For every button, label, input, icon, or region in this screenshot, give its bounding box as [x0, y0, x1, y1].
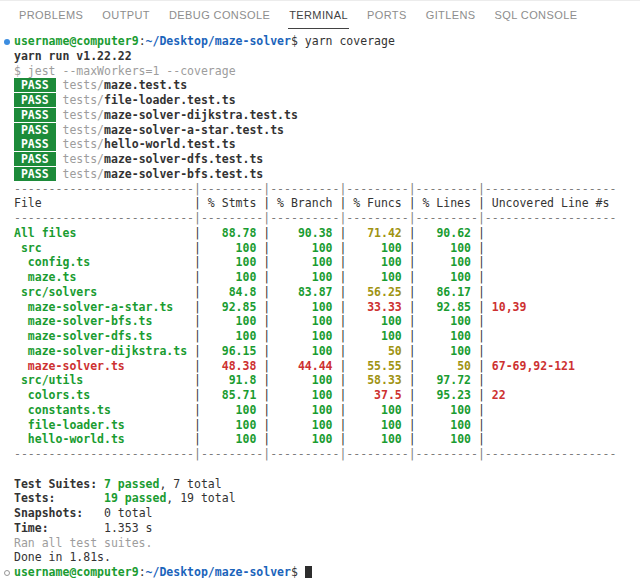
tab-debug-console[interactable]: DEBUG CONSOLE	[168, 1, 271, 29]
table-header-text: File | % Stmts | % Branch | % Funcs | % …	[14, 196, 616, 210]
coverage-file: All files	[14, 226, 194, 240]
test-pass-line: PASS tests/maze-solver-dfs.test.ts	[14, 152, 640, 167]
coverage-value: 56.25	[346, 285, 408, 299]
test-file: maze-solver-dijkstra.test.ts	[104, 108, 298, 122]
coverage-file: src/utils	[14, 373, 194, 387]
pass-badge: PASS	[14, 108, 56, 122]
coverage-value: 100	[201, 241, 263, 255]
coverage-value: 100	[201, 329, 263, 343]
test-dir: tests/	[62, 78, 104, 92]
summary-row: Snapshots: 0 total	[14, 506, 640, 521]
coverage-value: 100	[270, 403, 339, 417]
tab-ports[interactable]: PORTS	[366, 1, 408, 29]
tab-gitlens[interactable]: GITLENS	[425, 1, 477, 29]
pass-badge: PASS	[14, 137, 56, 151]
coverage-value: 100	[270, 373, 339, 387]
bottom-panel: PROBLEMSOUTPUTDEBUG CONSOLETERMINALPORTS…	[0, 0, 640, 578]
test-file: file-loader.test.ts	[104, 93, 236, 107]
table-separator: --------------------------|---------|---…	[14, 182, 640, 197]
command-ran-dot	[4, 39, 10, 45]
table-separator: --------------------------|---------|---…	[14, 447, 640, 462]
test-dir: tests/	[62, 123, 104, 137]
coverage-value: 91.8	[201, 373, 263, 387]
coverage-value: 58.33	[346, 373, 408, 387]
coverage-value: 100	[270, 255, 339, 269]
prompt-user: username@computer9	[14, 34, 139, 48]
coverage-file: src	[14, 241, 194, 255]
tab-terminal[interactable]: TERMINAL	[288, 1, 349, 29]
summary-row: Test Suites: 7 passed, 7 total	[14, 477, 640, 492]
coverage-file: constants.ts	[14, 403, 194, 417]
done-line: Done in 1.81s.	[14, 550, 640, 565]
coverage-value: 55.55	[346, 359, 408, 373]
test-pass-line: PASS tests/maze.test.ts	[14, 78, 640, 93]
coverage-value: 100	[270, 432, 339, 446]
tab-sql-console[interactable]: SQL CONSOLE	[494, 1, 579, 29]
coverage-row: maze-solver-dijkstra.ts | 96.15 | 100 | …	[14, 344, 640, 359]
coverage-value: 100	[270, 329, 339, 343]
terminal-output[interactable]: username@computer9:~/Desktop/maze-solver…	[0, 29, 640, 578]
test-file: maze-solver-bfs.test.ts	[104, 167, 263, 181]
coverage-value: 85.71	[201, 388, 263, 402]
coverage-row: src/utils | 91.8 | 100 | 58.33 | 97.72 |	[14, 373, 640, 388]
tab-problems[interactable]: PROBLEMS	[18, 1, 84, 29]
coverage-row: colors.ts | 85.71 | 100 | 37.5 | 95.23 |…	[14, 388, 640, 403]
command-pending-dot	[4, 570, 10, 576]
uncovered-lines: 67-69,92-121	[485, 359, 575, 373]
blank-line	[14, 462, 640, 477]
summary-passed: 19 passed	[104, 491, 166, 505]
coverage-file: maze-solver-dijkstra.ts	[14, 344, 194, 358]
coverage-row: config.ts | 100 | 100 | 100 | 100 |	[14, 255, 640, 270]
coverage-value: 90.62	[416, 226, 478, 240]
test-dir: tests/	[62, 167, 104, 181]
coverage-row: src/solvers | 84.8 | 83.87 | 56.25 | 86.…	[14, 285, 640, 300]
coverage-file: colors.ts	[14, 388, 194, 402]
coverage-file: maze-solver.ts	[14, 359, 194, 373]
coverage-value: 100	[416, 329, 478, 343]
coverage-row: file-loader.ts | 100 | 100 | 100 | 100 |	[14, 418, 640, 433]
summary-label: Snapshots:	[14, 506, 104, 520]
test-pass-line: PASS tests/maze-solver-bfs.test.ts	[14, 167, 640, 182]
test-file: maze-solver-dfs.test.ts	[104, 152, 263, 166]
terminal-cursor	[305, 566, 312, 578]
prompt-line-current: username@computer9:~/Desktop/maze-solver…	[14, 565, 640, 578]
coverage-value: 48.38	[201, 359, 263, 373]
test-dir: tests/	[62, 152, 104, 166]
coverage-value: 50	[416, 359, 478, 373]
coverage-value: 88.78	[201, 226, 263, 240]
coverage-value: 90.38	[270, 226, 339, 240]
tab-output[interactable]: OUTPUT	[101, 1, 151, 29]
ran-line: Ran all test suites.	[14, 536, 640, 551]
summary-row: Time: 1.353 s	[14, 521, 640, 536]
summary-rest: 0 total	[104, 506, 152, 520]
coverage-value: 100	[416, 255, 478, 269]
uncovered-lines: 22	[485, 388, 506, 402]
coverage-value: 100	[270, 388, 339, 402]
test-dir: tests/	[62, 137, 104, 151]
coverage-value: 33.33	[346, 300, 408, 314]
coverage-value: 100	[346, 418, 408, 432]
coverage-value: 100	[201, 255, 263, 269]
test-pass-line: PASS tests/maze-solver-a-star.test.ts	[14, 123, 640, 138]
prompt-user: username@computer9	[14, 565, 139, 578]
prompt-symbol: $	[291, 34, 305, 48]
coverage-file: maze-solver-bfs.ts	[14, 314, 194, 328]
coverage-value: 37.5	[346, 388, 408, 402]
coverage-row: maze.ts | 100 | 100 | 100 | 100 |	[14, 270, 640, 285]
coverage-value: 92.85	[416, 300, 478, 314]
coverage-row: maze-solver-dfs.ts | 100 | 100 | 100 | 1…	[14, 329, 640, 344]
table-header: File | % Stmts | % Branch | % Funcs | % …	[14, 196, 640, 211]
pass-badge: PASS	[14, 123, 56, 137]
coverage-value: 100	[416, 241, 478, 255]
coverage-value: 71.42	[346, 226, 408, 240]
coverage-file: file-loader.ts	[14, 418, 194, 432]
coverage-value: 100	[270, 314, 339, 328]
table-separator: --------------------------|---------|---…	[14, 211, 640, 226]
coverage-value: 100	[346, 270, 408, 284]
coverage-file: config.ts	[14, 255, 194, 269]
coverage-file: maze.ts	[14, 270, 194, 284]
test-file: maze-solver-a-star.test.ts	[104, 123, 284, 137]
test-pass-line: PASS tests/file-loader.test.ts	[14, 93, 640, 108]
test-pass-line: PASS tests/hello-world.test.ts	[14, 137, 640, 152]
yarn-version-line: yarn run v1.22.22	[14, 49, 640, 64]
